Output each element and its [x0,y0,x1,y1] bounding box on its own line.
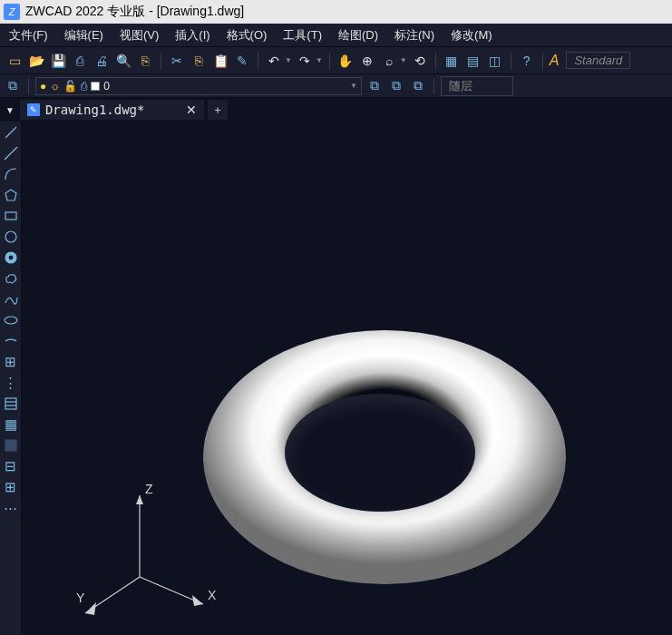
tab-name: Drawing1.dwg* [45,103,145,117]
layer-iso-icon[interactable]: ⧉ [409,77,427,95]
zoom-previous-icon[interactable]: ⟲ [411,52,429,70]
matchprop-icon[interactable]: ✎ [233,52,251,70]
app-icon: Z [4,4,20,20]
save-icon[interactable]: 💾 [49,52,67,70]
layer-combo[interactable]: ● ☼ 🔓 ⎙ 0 ▼ [35,77,362,95]
draw-toolbar: ⊞ ⋮ ▦ ⊟ ⊞ ⋯ [0,122,22,635]
ucs-axes: Z X Y [76,477,230,631]
copy-icon[interactable]: ⎘ [190,52,208,70]
axis-y-label: Y [76,591,85,605]
menu-dim[interactable]: 标注(N) [394,27,434,44]
open-icon[interactable]: 📂 [27,52,45,70]
layer-state-icon[interactable]: ⧉ [387,77,405,95]
layer-name: 0 [103,80,110,93]
main-area: ⊞ ⋮ ▦ ⊟ ⊞ ⋯ Z X Y [0,122,672,635]
menu-format[interactable]: 格式(O) [227,27,268,44]
rectangle-icon[interactable] [2,207,20,225]
menu-draw[interactable]: 绘图(D) [338,27,378,44]
menu-tools[interactable]: 工具(T) [283,27,322,44]
donut-icon[interactable] [2,249,20,267]
pan-icon[interactable]: ✋ [336,52,355,70]
textstyle-icon[interactable]: A [550,53,560,69]
preview-icon[interactable]: 🔍 [114,52,132,70]
undo-dropdown[interactable]: ▼ [285,56,292,64]
ellipse-icon[interactable] [2,311,20,329]
gradient-icon[interactable]: ▦ [2,415,20,434]
svg-marker-16 [192,595,203,606]
spline-icon[interactable] [2,290,20,308]
drawing-viewport[interactable]: Z X Y [22,122,672,635]
region-icon[interactable] [2,436,20,454]
sun-icon: ☼ [50,80,60,93]
dropdown-arrow-icon[interactable]: ▼ [350,82,357,90]
document-tabs: ▼ ✎ Drawing1.dwg* ✕ ＋ [0,98,672,122]
redo-dropdown[interactable]: ▼ [316,56,323,64]
svg-line-1 [5,147,17,160]
grid-icon[interactable]: ⊞ [2,478,20,496]
bulb-icon: ● [40,80,46,93]
layer-prev-icon[interactable]: ⧉ [365,77,384,95]
lock-icon: 🔓 [63,80,77,93]
tab-add-button[interactable]: ＋ [208,100,228,120]
zoom-realtime-icon[interactable]: ⊕ [358,52,376,70]
app-title: ZWCAD 2022 专业版 - [Drawing1.dwg] [25,4,244,20]
dwg-icon: ✎ [27,103,40,116]
layer-manager-icon[interactable]: ⧉ [4,77,22,95]
help-icon[interactable]: ? [518,52,536,70]
axis-z-label: Z [145,482,153,496]
axis-x-label: X [208,588,217,602]
svg-point-4 [5,231,16,242]
cut-icon[interactable]: ✂ [168,52,186,70]
redo-icon[interactable]: ↷ [296,52,314,70]
svg-marker-15 [136,495,143,504]
zoom-window-icon[interactable]: ⌕ [380,52,398,70]
svg-line-0 [5,127,16,138]
torus-hole [285,394,475,512]
svg-rect-8 [5,398,16,409]
hatch-icon[interactable] [2,395,20,413]
block-insert-icon[interactable]: ⊞ [2,353,20,371]
menu-insert[interactable]: 插入(I) [175,27,209,44]
bylayer-combo[interactable]: 随层 [441,76,513,96]
saveall-icon[interactable]: ⎙ [71,52,89,70]
new-icon[interactable]: ▭ [5,52,24,70]
menubar: 文件(F) 编辑(E) 视图(V) 插入(I) 格式(O) 工具(T) 绘图(D… [0,24,672,47]
design-center-icon[interactable]: ▤ [464,52,482,70]
standard-toolbar: ▭ 📂 💾 ⎙ 🖨 🔍 ⎘ ✂ ⎘ 📋 ✎ ↶ ▼ ↷ ▼ ✋ ⊕ ⌕ ▼ ⟲ … [0,47,672,74]
svg-marker-2 [5,190,16,200]
publish-icon[interactable]: ⎘ [136,52,154,70]
circle-icon[interactable] [2,228,20,246]
layers-toolbar: ⧉ ● ☼ 🔓 ⎙ 0 ▼ ⧉ ⧉ ⧉ 随层 [0,74,672,98]
menu-edit[interactable]: 编辑(E) [64,27,103,44]
line-icon[interactable] [2,123,20,142]
tab-close-icon[interactable]: ✕ [186,103,197,117]
svg-rect-11 [5,440,16,451]
color-swatch-icon [91,82,100,91]
document-tab[interactable]: ✎ Drawing1.dwg* ✕ [20,100,205,120]
tool-palettes-icon[interactable]: ◫ [486,52,504,70]
plot-icon[interactable]: 🖨 [93,52,111,70]
menu-file[interactable]: 文件(F) [9,27,48,44]
polygon-icon[interactable] [2,186,20,204]
style-combo[interactable]: Standard [566,52,630,69]
plot-layer-icon: ⎙ [81,80,87,93]
zoom-dropdown[interactable]: ▼ [400,56,407,64]
ellipse-arc-icon[interactable] [2,332,20,350]
svg-point-7 [5,317,17,324]
menu-view[interactable]: 视图(V) [120,27,159,44]
revcloud-icon[interactable] [2,269,20,288]
properties-icon[interactable]: ▦ [443,52,461,70]
svg-rect-3 [5,212,16,220]
svg-marker-17 [85,602,96,615]
point-icon[interactable]: ⋮ [2,374,20,392]
svg-point-6 [8,255,14,260]
more-icon[interactable]: ⋯ [2,499,20,517]
table-icon[interactable]: ⊟ [2,457,20,475]
undo-icon[interactable]: ↶ [265,52,283,70]
titlebar: Z ZWCAD 2022 专业版 - [Drawing1.dwg] [0,0,672,24]
paste-icon[interactable]: 📋 [211,52,229,70]
xline-icon[interactable] [2,144,20,162]
tab-menu-icon[interactable]: ▼ [5,105,15,115]
menu-modify[interactable]: 修改(M) [451,27,492,44]
arc-icon[interactable] [2,165,20,183]
